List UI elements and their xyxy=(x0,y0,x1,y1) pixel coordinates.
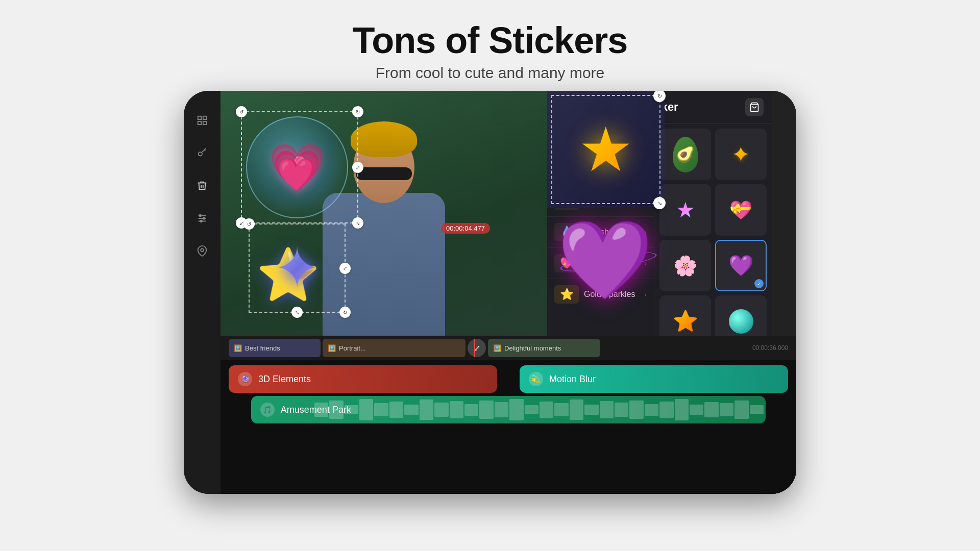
main-area: 💗 ↺ ↻ ↙ ↘ ⤢ ⤢ ⭐ ✦ xyxy=(220,91,796,494)
audio-track[interactable]: 🎵 Amusement Park xyxy=(251,396,766,423)
svg-rect-2 xyxy=(198,121,201,124)
preview-area: 💗 ↺ ↻ ↙ ↘ ⤢ ⤢ ⭐ ✦ xyxy=(220,91,796,336)
clip-best-friends[interactable]: 🖼️ Best friends xyxy=(229,339,321,357)
sticker-magenta-heart[interactable]: 💜 xyxy=(557,215,653,305)
effect-tracks: 🔮 3D Elements 💫 Motion Blur 🎵 Amusement … xyxy=(220,360,796,494)
sticker-cell-gold-star[interactable]: ✦ xyxy=(715,129,767,180)
page-subtitle: From cool to cute and many more xyxy=(353,64,628,82)
timestamp-overlay: 00:00:04.477 xyxy=(441,223,490,234)
timeline-area: 🖼️ Best friends 🖼️ Portrait... ⤢ 🖼️ Deli… xyxy=(220,336,796,494)
svg-point-4 xyxy=(199,152,202,156)
svg-rect-1 xyxy=(203,116,206,119)
clip-delightful[interactable]: 🖼️ Delightful moments xyxy=(488,339,600,357)
time-label-right: 00:00:36.000 xyxy=(752,344,788,352)
svg-rect-0 xyxy=(198,116,201,119)
sidebar xyxy=(184,91,220,494)
sticker-cell-pink-wings[interactable]: 🌸 xyxy=(659,240,711,291)
sticker-grid: 🥑 ✦ ★ 💝 🌸 xyxy=(654,123,772,336)
store-button[interactable] xyxy=(745,98,764,116)
effect-motion-blur[interactable]: 💫 Motion Blur xyxy=(520,365,788,393)
sidebar-icon-grid[interactable] xyxy=(193,111,211,130)
svg-point-10 xyxy=(200,220,202,222)
sidebar-icon-key[interactable] xyxy=(193,144,211,162)
svg-point-9 xyxy=(203,217,205,219)
device-frame: 💗 ↺ ↻ ↙ ↘ ⤢ ⤢ ⭐ ✦ xyxy=(184,91,796,494)
sticker-cell-holographic-star[interactable]: ★ xyxy=(659,184,711,236)
svg-point-8 xyxy=(200,215,202,217)
sidebar-icon-pin[interactable] xyxy=(193,242,211,260)
clip-handle[interactable]: ⤢ xyxy=(468,339,486,357)
sticker-cell-teal-sphere[interactable] xyxy=(715,295,767,336)
sticker-cell-check-heart[interactable]: 💜 ✓ xyxy=(715,240,767,291)
svg-point-11 xyxy=(201,248,204,252)
clip-portrait[interactable]: 🖼️ Portrait... xyxy=(323,339,465,357)
sticker-cell-avocado[interactable]: 🥑 xyxy=(659,129,711,180)
video-canvas: 💗 ↺ ↻ ↙ ↘ ⤢ ⤢ ⭐ ✦ xyxy=(220,91,547,336)
star-panel: ★ ↻ ↘ xyxy=(547,91,665,208)
sticker-orange-star[interactable]: ★ xyxy=(578,114,633,185)
sidebar-icon-delete[interactable] xyxy=(193,177,211,195)
sticker-cell-star-sparkle[interactable]: ⭐ xyxy=(659,295,711,336)
timeline-scrubber[interactable]: 🖼️ Best friends 🖼️ Portrait... ⤢ 🖼️ Deli… xyxy=(220,336,796,360)
sticker-cell-hearts[interactable]: 💝 xyxy=(715,184,767,236)
page-title: Tons of Stickers xyxy=(353,19,628,61)
sticker-heart-bubble[interactable]: 💗 xyxy=(241,111,353,223)
page-header: Tons of Stickers From cool to cute and m… xyxy=(353,0,628,82)
svg-rect-3 xyxy=(203,121,206,124)
sidebar-icon-adjust[interactable] xyxy=(193,209,211,228)
effect-3d-elements[interactable]: 🔮 3D Elements xyxy=(229,365,497,393)
